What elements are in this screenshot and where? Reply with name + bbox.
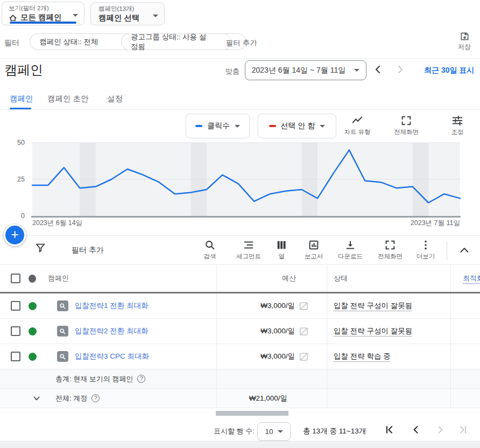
tab-campaigns[interactable]: 캠페인 [10,94,33,104]
metric-selector-primary[interactable]: 클릭수 [186,114,250,138]
table-row: 입찰전략2 전환 최대화 ₩3,000/일 입찰 전략 구성이 잘못됨 [0,319,480,344]
table-fullscreen-tool[interactable]: 전체화면 [374,239,406,261]
columns-tool[interactable]: 열 [265,239,298,261]
status-column-dot [29,275,36,283]
filter-bar: 필터 캠페인 상태:: 전체 광고그룹 상태:: 사용 설정됨 필터 추가 저장 [0,30,480,59]
budget-disabled-icon [299,326,309,337]
line-chart-icon [344,115,371,127]
metric-selector-secondary[interactable]: 선택 안 함 [258,114,336,138]
table-toolbar: 필터 추가 검색 세그먼트 열 보고서 다운로드 전체화면 더보기 [0,235,480,265]
chart-type-button[interactable]: 차트 유형 [344,115,371,136]
metric-color-dash [269,125,276,127]
add-filter-link[interactable]: 필터 추가 [226,38,257,48]
budget-value[interactable]: ₩3,000/일 [260,326,295,336]
date-mode-label: 맞춤 [225,67,239,76]
campaign-selector-value: 캠페인 선택 [98,13,159,23]
metric-secondary-value: 선택 안 함 [281,121,315,131]
save-label: 저장 [454,43,475,52]
previous-page-icon[interactable] [411,424,421,435]
budget-disabled-icon [299,301,309,311]
active-tab-underline [10,108,31,109]
row-checkbox[interactable] [11,352,20,361]
date-range-value: 2023년 6월 14일 ~ 7월 11일 [252,66,345,75]
pagination-range: 총 13개 중 11~13개 [303,426,366,436]
select-all-checkbox[interactable] [11,274,20,283]
help-icon[interactable] [137,375,145,383]
campaign-link[interactable]: 입찰전략1 전환 최대화 [75,301,149,311]
download-tool[interactable]: 다운로드 [334,239,366,261]
view-selector[interactable]: 보기(필터 2개) 모든 캠페인 [2,2,84,25]
campaign-status[interactable]: 입찰 전략 학습 중 [334,352,391,361]
budget-value[interactable]: ₩3,000/일 [260,301,295,311]
download-label: 다운로드 [334,253,366,261]
table-fullscreen-label: 전체화면 [374,253,406,261]
columns-icon [265,239,298,251]
search-icon [194,239,226,251]
tab-settings[interactable]: 설정 [107,94,123,104]
date-prev-button[interactable] [373,64,382,75]
segment-label: 세그먼트 [232,253,265,261]
show-recent-30-days-link[interactable]: 최근 30일 표시 [424,66,474,75]
filter-chip-adgroup-status[interactable]: 광고그룹 상태:: 사용 설정됨 [121,33,231,50]
sliders-icon [444,115,471,127]
save-filter-button[interactable]: 저장 [454,31,475,52]
x-axis-start-label: 2023년 6월 14일 [32,219,82,228]
chevron-up-icon[interactable] [458,244,470,256]
campaign-link[interactable]: 입찰전략3 CPC 최대화 [75,352,149,361]
row-checkbox[interactable] [11,301,20,311]
status-dot-enabled [29,353,37,361]
date-range-selector[interactable]: 2023년 6월 14일 ~ 7월 11일 [245,60,366,80]
help-icon[interactable] [91,394,100,402]
fullscreen-icon [393,115,420,127]
report-tool[interactable]: 보고서 [298,239,330,261]
segment-tool[interactable]: 세그먼트 [232,239,265,261]
new-campaign-button[interactable] [4,224,26,246]
column-header-optimization[interactable]: 최적화 [463,274,480,283]
tab-campaign-drafts[interactable]: 캠페인 초안 [47,94,89,104]
metric-color-dash [195,125,202,127]
save-icon [454,31,475,42]
more-label: 더보기 [410,253,442,261]
table-add-filter-link[interactable]: 필터 추가 [72,246,104,255]
budget-disabled-icon [299,352,309,362]
table-row: 입찰전략3 CPC 최대화 ₩3,000/일 입찰 전략 학습 중 [0,344,480,369]
magnifier-square-icon[interactable] [57,326,68,337]
funnel-icon[interactable] [34,242,46,254]
date-next-button[interactable] [396,64,405,75]
more-tool[interactable]: 더보기 [410,239,442,261]
chart-adjust-button[interactable]: 조정 [444,115,471,136]
campaign-link[interactable]: 입찰전략2 전환 최대화 [75,326,149,336]
last-page-icon[interactable] [457,424,468,435]
metric-primary-value: 클릭수 [207,121,230,131]
fullscreen-icon [374,239,406,251]
magnifier-square-icon[interactable] [57,351,68,362]
rows-per-page-select[interactable]: 10 [257,422,291,441]
rows-per-page-value: 10 [265,428,273,436]
chevron-down-icon[interactable] [32,394,41,403]
table-row: 입찰전략1 전환 최대화 ₩3,000/일 입찰 전략 구성이 잘못됨 [0,293,480,319]
next-page-icon[interactable] [435,424,446,435]
caret-down-icon [73,14,78,17]
status-dot-enabled [29,327,37,335]
bottom-strip [0,442,480,448]
campaign-status[interactable]: 입찰 전략 구성이 잘못됨 [334,301,412,311]
campaign-status[interactable]: 입찰 전략 구성이 잘못됨 [334,326,412,336]
horizontal-scrollbar[interactable] [216,411,288,416]
rows-per-page-label: 표시할 행 수: [214,426,255,436]
column-header-campaign[interactable]: 캠페인 [48,274,69,283]
first-page-icon[interactable] [384,424,395,435]
caret-down-icon [235,125,240,128]
row-checkbox[interactable] [11,326,20,336]
campaign-selector[interactable]: 캠페인(13개) 캠페인 선택 [90,2,165,25]
segment-icon [232,239,265,251]
search-tool[interactable]: 검색 [194,239,226,261]
chart-fullscreen-button[interactable]: 전체화면 [393,115,420,136]
summary-budget: ₩21,000/일 [249,394,287,403]
columns-label: 열 [265,253,298,261]
budget-value[interactable]: ₩3,000/일 [260,352,295,361]
magnifier-square-icon[interactable] [57,300,68,311]
column-header-budget[interactable]: 예산 [282,274,296,283]
download-icon [334,239,366,251]
more-vert-icon [410,239,442,251]
column-header-status[interactable]: 상태 [334,274,348,283]
